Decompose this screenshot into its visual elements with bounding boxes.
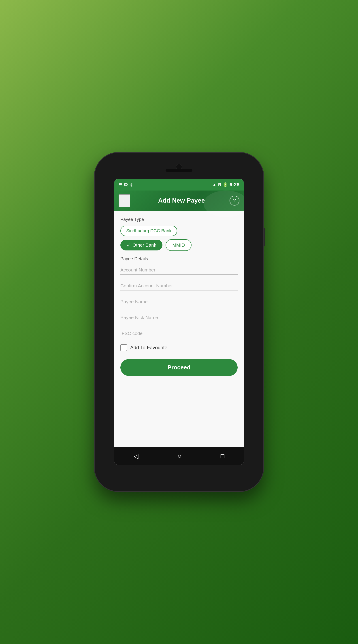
payee-name-group: [120, 297, 238, 306]
payee-type-section: Payee Type Sindhudurg DCC Bank ✓ Other B…: [120, 217, 238, 251]
favourite-row: Add To Favourite: [120, 344, 238, 351]
payee-details-label: Payee Details: [120, 256, 238, 262]
payee-name-input[interactable]: [120, 297, 238, 306]
add-to-favourite-checkbox[interactable]: [120, 344, 127, 351]
payee-details-section: Payee Details Add T: [120, 256, 238, 376]
sindhudurg-button[interactable]: Sindhudurg DCC Bank: [120, 226, 177, 236]
nav-home-icon[interactable]: ○: [178, 452, 181, 460]
account-number-group: [120, 265, 238, 274]
nav-recent-icon[interactable]: □: [221, 452, 224, 460]
battery-icon: 🔋: [223, 182, 228, 187]
other-bank-label: Other Bank: [132, 242, 156, 248]
help-button[interactable]: ?: [230, 196, 239, 206]
nav-back-icon[interactable]: ◁: [134, 452, 139, 460]
bottom-nav: ◁ ○ □: [114, 447, 244, 465]
payee-type-label: Payee Type: [120, 217, 238, 222]
phone-device: ☰ 🖼 ◎ ▲ R 🔋 6:28 ← Add New Payee ? Payee…: [94, 152, 264, 492]
app-bar: ← Add New Payee ?: [114, 190, 244, 211]
account-number-input[interactable]: [120, 265, 238, 274]
payee-nick-name-input[interactable]: [120, 312, 238, 322]
speaker: [166, 169, 192, 172]
message-icon: ☰: [119, 182, 122, 187]
image-icon: 🖼: [124, 182, 128, 187]
signal-icon: R: [218, 182, 221, 187]
checkmark-icon: ✓: [127, 242, 131, 248]
other-bank-button[interactable]: ✓ Other Bank: [120, 240, 162, 250]
content-area: Payee Type Sindhudurg DCC Bank ✓ Other B…: [114, 211, 244, 447]
circle-icon: ◎: [130, 182, 133, 187]
payee-nick-name-group: [120, 312, 238, 322]
back-button[interactable]: ←: [119, 194, 130, 207]
phone-screen: ☰ 🖼 ◎ ▲ R 🔋 6:28 ← Add New Payee ? Payee…: [114, 179, 244, 465]
status-bar: ☰ 🖼 ◎ ▲ R 🔋 6:28: [114, 179, 244, 190]
ifsc-code-group: [120, 328, 238, 338]
bank-type-row: ✓ Other Bank MMID: [120, 239, 238, 251]
ifsc-code-input[interactable]: [120, 328, 238, 338]
proceed-button[interactable]: Proceed: [120, 359, 238, 376]
add-to-favourite-label: Add To Favourite: [130, 345, 167, 350]
confirm-account-input[interactable]: [120, 281, 238, 290]
page-title: Add New Payee: [132, 197, 230, 204]
side-button: [264, 228, 265, 246]
status-right-area: ▲ R 🔋 6:28: [212, 182, 239, 188]
wifi-icon: ▲: [212, 182, 216, 187]
mmid-button[interactable]: MMID: [166, 239, 192, 251]
status-time: 6:28: [230, 182, 239, 188]
status-left-icons: ☰ 🖼 ◎: [119, 182, 133, 187]
confirm-account-group: [120, 281, 238, 290]
